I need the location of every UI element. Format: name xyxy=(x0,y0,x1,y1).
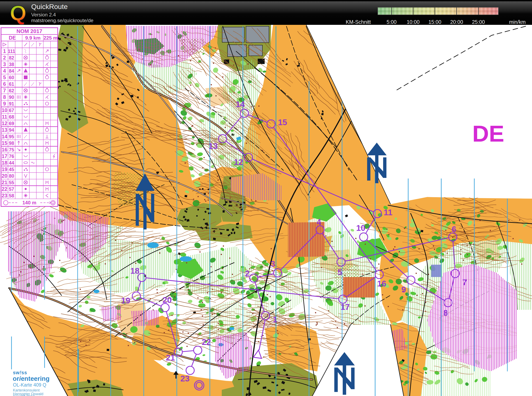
svg-text:98: 98 xyxy=(9,140,14,146)
svg-text:140 m: 140 m xyxy=(22,200,36,205)
svg-text:111: 111 xyxy=(8,49,15,54)
svg-text:3: 3 xyxy=(3,61,6,67)
svg-text:1: 1 xyxy=(273,315,277,324)
svg-text:21: 21 xyxy=(2,180,7,185)
svg-text:6: 6 xyxy=(3,81,6,87)
svg-text:17: 17 xyxy=(341,303,350,311)
svg-text:QuickRoute: QuickRoute xyxy=(31,3,68,11)
svg-text:Geprüft 2017: Geprüft 2017 xyxy=(13,394,35,396)
svg-text:NOM 2017: NOM 2017 xyxy=(16,28,42,34)
svg-text:82: 82 xyxy=(9,55,14,61)
svg-text:orienteering: orienteering xyxy=(13,375,49,382)
svg-text:25:00: 25:00 xyxy=(472,19,485,25)
svg-text:20: 20 xyxy=(163,296,172,304)
svg-text:DE: DE xyxy=(9,35,16,41)
svg-text:19: 19 xyxy=(2,166,7,172)
svg-text:14: 14 xyxy=(2,134,7,139)
svg-text:OL-Karte 409 Q: OL-Karte 409 Q xyxy=(13,382,46,388)
svg-text:225 m: 225 m xyxy=(43,35,58,41)
svg-text:90: 90 xyxy=(9,95,14,100)
svg-text:44: 44 xyxy=(9,160,14,166)
svg-text:5: 5 xyxy=(3,75,6,80)
svg-text:13: 13 xyxy=(2,127,7,133)
svg-text:5: 5 xyxy=(337,268,342,277)
svg-text:45: 45 xyxy=(9,167,14,172)
svg-text:57: 57 xyxy=(9,186,14,192)
svg-text:58: 58 xyxy=(9,193,14,198)
svg-text:6: 6 xyxy=(452,225,456,234)
svg-text:67: 67 xyxy=(9,108,14,113)
svg-text:12: 12 xyxy=(234,157,243,167)
svg-text:3: 3 xyxy=(271,259,275,268)
svg-text:5:00: 5:00 xyxy=(387,19,397,25)
svg-text:Q: Q xyxy=(10,1,26,25)
svg-text:15: 15 xyxy=(278,118,287,127)
svg-text:62: 62 xyxy=(9,88,14,93)
svg-text:2: 2 xyxy=(3,55,6,61)
svg-text:20:00: 20:00 xyxy=(450,19,463,25)
svg-text:13: 13 xyxy=(209,142,218,151)
svg-text:75: 75 xyxy=(9,147,14,152)
svg-text:8: 8 xyxy=(443,309,448,317)
svg-text:Version 2.4: Version 2.4 xyxy=(31,12,56,17)
svg-text:80: 80 xyxy=(9,173,14,179)
svg-text:DE: DE xyxy=(472,121,504,146)
svg-text:38: 38 xyxy=(9,62,14,67)
svg-text:8: 8 xyxy=(3,94,6,100)
svg-text:55: 55 xyxy=(9,180,14,185)
svg-text:7: 7 xyxy=(3,87,6,93)
svg-text:76: 76 xyxy=(9,154,14,159)
svg-text:23: 23 xyxy=(180,374,190,383)
svg-text:4: 4 xyxy=(3,68,6,74)
svg-text:matstroeng.se/quickroute/de: matstroeng.se/quickroute/de xyxy=(31,18,93,23)
svg-text:20: 20 xyxy=(2,173,7,179)
svg-text:16: 16 xyxy=(377,279,386,288)
svg-text:9: 9 xyxy=(402,285,406,294)
svg-text:22: 22 xyxy=(202,338,211,347)
svg-text:14: 14 xyxy=(236,100,245,109)
svg-text:10: 10 xyxy=(2,107,7,113)
svg-text:9: 9 xyxy=(3,101,6,106)
svg-text:69: 69 xyxy=(9,121,14,126)
svg-text:Kartenkonsulent: Kartenkonsulent xyxy=(13,388,40,392)
svg-text:16: 16 xyxy=(2,147,7,152)
svg-text:95: 95 xyxy=(9,134,14,139)
svg-text:61: 61 xyxy=(9,82,14,87)
svg-text:21: 21 xyxy=(166,353,175,362)
svg-text:15: 15 xyxy=(2,140,7,146)
svg-text:12: 12 xyxy=(2,120,7,126)
svg-text:11: 11 xyxy=(384,208,392,217)
svg-text:19: 19 xyxy=(121,296,130,305)
svg-text:10:00: 10:00 xyxy=(407,19,420,25)
svg-text:17: 17 xyxy=(2,153,7,159)
svg-text:60: 60 xyxy=(9,75,14,80)
svg-text:2: 2 xyxy=(245,269,249,278)
svg-text:18: 18 xyxy=(130,266,140,275)
svg-text:7: 7 xyxy=(462,278,467,287)
svg-text:84: 84 xyxy=(9,68,14,74)
svg-text:68: 68 xyxy=(9,114,14,120)
svg-text:4: 4 xyxy=(317,217,321,227)
svg-text:15:00: 15:00 xyxy=(429,19,441,25)
svg-text:23: 23 xyxy=(2,193,7,198)
svg-text:min/km: min/km xyxy=(509,19,526,25)
svg-text:1: 1 xyxy=(3,48,6,54)
svg-text:KM-Schnitt: KM-Schnitt xyxy=(346,19,371,25)
svg-text:10: 10 xyxy=(356,223,366,233)
svg-text:sw!ss: sw!ss xyxy=(13,370,27,375)
svg-text:91: 91 xyxy=(9,101,14,106)
svg-text:11: 11 xyxy=(2,114,7,120)
svg-text:94: 94 xyxy=(9,128,14,133)
svg-text:9.9 km: 9.9 km xyxy=(25,35,41,41)
svg-text:18: 18 xyxy=(2,160,7,166)
svg-text:22: 22 xyxy=(2,186,7,192)
